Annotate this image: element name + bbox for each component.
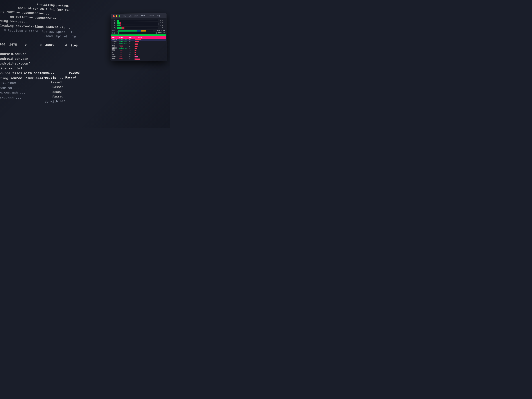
col-pid: PID xyxy=(112,37,118,38)
cpu-bar xyxy=(117,22,158,24)
maximize-button[interactable] xyxy=(119,15,120,17)
minimize-button[interactable] xyxy=(116,15,118,17)
col-pri: PRI xyxy=(129,37,133,38)
swap-row: Swp [ ] 0G/31.0G xyxy=(111,32,166,34)
menu-help[interactable]: Help xyxy=(157,15,160,17)
cpu-row-4: 4 [ ] 3.0 xyxy=(112,26,165,29)
cpu-percent: 3.0 xyxy=(160,27,165,28)
term-line: android-sdk.conf xyxy=(0,61,160,66)
swap-label: Swp xyxy=(112,32,116,34)
cpu-label: 4 xyxy=(112,27,115,29)
task-header-bar xyxy=(111,34,166,36)
process-row[interactable]: 31208 saikiran 20 xyxy=(111,39,166,41)
process-row[interactable]: 22651 saikiran 20 xyxy=(111,41,166,43)
cpu-label: 3 xyxy=(112,25,115,26)
cpu-label: 1 xyxy=(112,20,115,22)
mem-bar xyxy=(118,30,153,32)
cpu-label: 2 xyxy=(112,22,115,24)
menu-edit[interactable]: Edit xyxy=(128,15,131,17)
cpu-bar xyxy=(117,19,158,22)
cpu-row-1: 1 [ ] 6.0 xyxy=(112,19,165,22)
htop-content: 1 [ ] 6.0 2 [ ] 6.1 xyxy=(111,18,167,61)
menu-terminal[interactable]: Terminal xyxy=(148,15,154,17)
mem-label: Mem xyxy=(112,30,116,32)
swap-bar xyxy=(118,32,155,34)
process-row[interactable]: 902 saikiran 20 xyxy=(111,43,166,45)
mem-row: Mem [ ] 2.89G/31.0G xyxy=(111,29,166,32)
menu-file[interactable]: File xyxy=(123,15,126,17)
col-cpu: %CPU xyxy=(138,37,165,38)
cpu-percent: 6.0 xyxy=(160,19,165,21)
process-row[interactable]: 568 root 20 xyxy=(111,58,166,61)
close-button[interactable] xyxy=(113,15,115,17)
cpu-row-2: 2 [ ] 6.1 xyxy=(112,22,165,24)
menu-search[interactable]: Search xyxy=(140,15,145,17)
process-header: PID USER PRI NI %CPU xyxy=(111,36,166,39)
cpu-row-3: 3 [ ] 5.1 xyxy=(112,24,165,26)
cpu-section: 1 [ ] 6.0 2 [ ] 6.1 xyxy=(111,19,166,30)
cpu-percent: 6.1 xyxy=(160,22,165,24)
htop-window: File Edit View Search Terminal Help 1 [ xyxy=(111,13,167,61)
cpu-bar xyxy=(117,24,158,26)
cpu-percent: 5.1 xyxy=(160,24,165,26)
menu-bar: File Edit View Search Terminal Help xyxy=(123,15,160,17)
cpu-bar xyxy=(117,27,158,29)
menu-view[interactable]: View xyxy=(134,15,138,17)
col-user: USER xyxy=(119,37,128,38)
screen: installing package android-sdk 26.1.1-1 … xyxy=(0,0,170,128)
swap-value: 0G/31.0G xyxy=(158,32,165,34)
col-ni: NI xyxy=(133,37,137,38)
titlebar: File Edit View Search Terminal Help xyxy=(111,13,166,19)
mem-value: 2.89G/31.0G xyxy=(155,30,165,31)
